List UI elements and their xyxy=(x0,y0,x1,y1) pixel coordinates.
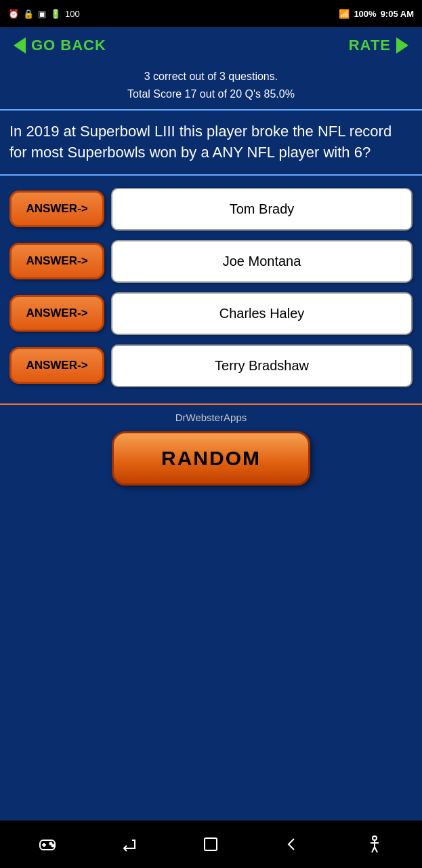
answer-text-2[interactable]: Joe Montana xyxy=(111,240,413,283)
screen-record-icon: ▣ xyxy=(38,9,46,19)
gamepad-icon[interactable] xyxy=(30,827,64,861)
wifi-icon: 📶 xyxy=(339,9,350,19)
alarm-icon: ⏰ xyxy=(8,9,19,19)
accessibility-icon[interactable] xyxy=(358,827,392,861)
square-svg xyxy=(201,835,220,854)
svg-rect-5 xyxy=(205,838,217,850)
top-nav: GO BACK RATE xyxy=(0,27,422,64)
answer-text-3[interactable]: Charles Haley xyxy=(111,292,413,335)
rate-button[interactable]: RATE xyxy=(349,37,408,54)
battery-saver-icon: 🔋 xyxy=(50,9,61,19)
random-button[interactable]: RANDOM xyxy=(112,431,310,486)
answer-button-4[interactable]: ANSWER-> xyxy=(9,347,104,384)
arrow-right-icon xyxy=(396,37,408,54)
arrow-left-icon xyxy=(14,37,26,54)
clock: 9:05 AM xyxy=(381,9,414,19)
answers-area: ANSWER-> Tom Brady ANSWER-> Joe Montana … xyxy=(0,176,422,399)
score-line2: Total Score 17 out of 20 Q's 85.0% xyxy=(14,85,408,103)
back-arrow-svg xyxy=(283,835,302,854)
square-icon[interactable] xyxy=(194,827,228,861)
accessibility-svg xyxy=(365,835,384,854)
bottom-nav xyxy=(0,821,422,868)
random-section: RANDOM xyxy=(0,427,422,499)
answer-row-1: ANSWER-> Tom Brady xyxy=(9,188,413,231)
svg-point-6 xyxy=(373,836,377,840)
battery-percent: 100% xyxy=(354,9,376,19)
answer-button-3[interactable]: ANSWER-> xyxy=(9,295,104,332)
answer-row-3: ANSWER-> Charles Haley xyxy=(9,292,413,335)
svg-line-9 xyxy=(372,847,375,852)
answer-text-1[interactable]: Tom Brady xyxy=(111,188,413,231)
status-right: 📶 100% 9:05 AM xyxy=(339,9,414,19)
lock-icon: 🔒 xyxy=(23,9,34,19)
return-svg xyxy=(120,835,139,854)
svg-line-10 xyxy=(375,847,377,852)
status-left: ⏰ 🔒 ▣ 🔋 100 xyxy=(8,9,80,19)
attribution: DrWebsterApps xyxy=(0,409,422,427)
question-text: In 2019 at Superbowl LIII this player br… xyxy=(9,123,392,161)
data-icon: 100 xyxy=(65,9,80,19)
main-content: GO BACK RATE 3 correct out of 3 question… xyxy=(0,27,422,821)
answer-text-4[interactable]: Terry Bradshaw xyxy=(111,344,413,387)
return-icon[interactable] xyxy=(112,827,146,861)
answer-button-2[interactable]: ANSWER-> xyxy=(9,243,104,279)
back-arrow-icon[interactable] xyxy=(276,827,310,861)
answer-row-2: ANSWER-> Joe Montana xyxy=(9,240,413,283)
score-line1: 3 correct out of 3 questions. xyxy=(14,68,408,85)
go-back-button[interactable]: GO BACK xyxy=(14,37,106,54)
rate-label: RATE xyxy=(349,37,391,54)
status-bar: ⏰ 🔒 ▣ 🔋 100 📶 100% 9:05 AM xyxy=(0,0,422,27)
gamepad-svg xyxy=(38,835,57,854)
answer-row-4: ANSWER-> Terry Bradshaw xyxy=(9,344,413,387)
answer-button-1[interactable]: ANSWER-> xyxy=(9,191,104,227)
svg-point-3 xyxy=(50,843,52,845)
divider xyxy=(0,403,422,405)
go-back-label: GO BACK xyxy=(31,37,106,54)
svg-point-4 xyxy=(52,845,54,847)
score-section: 3 correct out of 3 questions. Total Scor… xyxy=(0,64,422,109)
question-section: In 2019 at Superbowl LIII this player br… xyxy=(0,109,422,176)
